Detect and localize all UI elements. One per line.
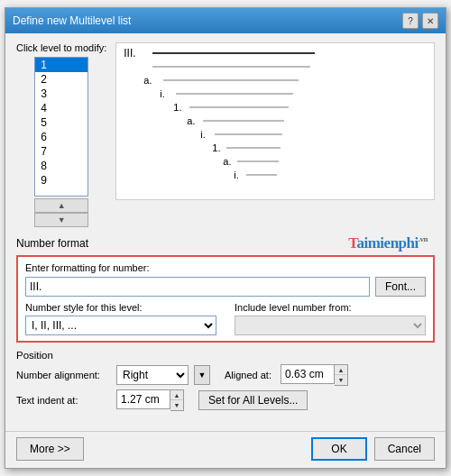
- ok-button[interactable]: OK: [311, 437, 366, 461]
- alignment-label: Number alignment:: [16, 370, 111, 380]
- preview-label-5: a.: [187, 115, 199, 126]
- aligned-at-spinner-btns: ▲ ▼: [335, 364, 348, 386]
- level-item-7[interactable]: 7: [35, 144, 87, 159]
- preview-line-6: i.: [200, 128, 427, 141]
- format-input[interactable]: [25, 277, 370, 297]
- include-select-row: [235, 316, 426, 335]
- number-format-label: Number format: [16, 237, 88, 250]
- position-section: Position Number alignment: Left Center R…: [16, 350, 435, 411]
- scroll-arrows: ▲ ▼: [34, 198, 88, 227]
- preview-label-1: III.: [124, 47, 149, 60]
- right-buttons: OK Cancel: [311, 437, 435, 461]
- close-button[interactable]: ✕: [422, 13, 438, 29]
- level-item-2[interactable]: 2: [35, 72, 87, 87]
- set-all-levels-button[interactable]: Set for All Levels...: [198, 390, 308, 410]
- preview-label-7: 1.: [212, 142, 223, 153]
- preview-line-5: a.: [187, 114, 427, 127]
- text-indent-down[interactable]: ▼: [170, 400, 183, 410]
- style-row: Number style for this level: I, II, III,…: [25, 302, 426, 335]
- preview-dash-1b: [152, 66, 310, 68]
- preview-line-7: 1.: [212, 142, 427, 154]
- include-select[interactable]: [235, 316, 426, 335]
- preview-line-9: i.: [234, 169, 427, 181]
- preview-line-1: III.: [124, 47, 427, 60]
- preview-dash-5: [203, 120, 284, 122]
- dialog: Define new Multilevel list ? ✕ Click lev…: [5, 7, 446, 469]
- text-indent-label: Text indent at:: [16, 395, 111, 406]
- preview-dash-4: [189, 106, 289, 108]
- level-item-6[interactable]: 6: [35, 130, 87, 144]
- level-item-9[interactable]: 9: [35, 173, 87, 188]
- preview-label-3: i.: [160, 88, 172, 99]
- preview-line-2: a.: [143, 74, 427, 87]
- watermark-area: Taimienphi.vn: [348, 234, 435, 252]
- text-indent-input[interactable]: [116, 389, 170, 409]
- text-indent-spinner: ▲ ▼: [116, 389, 184, 411]
- preview-box: III. a. i.: [115, 42, 435, 200]
- aligned-at-input[interactable]: [281, 364, 335, 384]
- include-label: Include level number from:: [235, 302, 426, 313]
- title-bar-buttons: ? ✕: [402, 13, 438, 29]
- alignment-dropdown-btn[interactable]: ▼: [194, 365, 210, 385]
- font-button[interactable]: Font...: [375, 277, 426, 297]
- style-label: Number style for this level:: [25, 302, 216, 313]
- preview-dash-8: [237, 160, 279, 162]
- style-select-row: I, II, III, ... 1, 2, 3, ... a, b, c, ..…: [25, 316, 216, 335]
- number-format-section: Enter formatting for number: Font... Num…: [16, 255, 435, 343]
- level-item-8[interactable]: 8: [35, 159, 87, 173]
- preview-label-2: a.: [143, 75, 160, 86]
- level-item-3[interactable]: 3: [35, 87, 87, 101]
- number-format-outer: Number format Taimienphi.vn Enter format…: [16, 234, 435, 343]
- pos-row-1: Number alignment: Left Center Right ▼ Al…: [16, 364, 435, 386]
- level-list-container: Click level to modify: 1 2 3 4 5 6 7 8 9…: [16, 42, 106, 227]
- preview-label-9: i.: [234, 169, 243, 180]
- help-button[interactable]: ?: [402, 13, 419, 29]
- scroll-down-button[interactable]: ▼: [34, 213, 88, 227]
- level-list[interactable]: 1 2 3 4 5 6 7 8 9: [34, 57, 88, 197]
- nf-header: Number format Taimienphi.vn: [16, 234, 435, 252]
- scroll-up-button[interactable]: ▲: [34, 198, 88, 213]
- preview-dash-1: [152, 52, 315, 54]
- pos-row-2: Text indent at: ▲ ▼ Set for All Levels..…: [16, 389, 435, 411]
- preview-dash-3: [176, 93, 293, 95]
- level-section-label: Click level to modify:: [16, 42, 106, 53]
- level-item-4[interactable]: 4: [35, 101, 87, 115]
- preview-line-3: i.: [160, 87, 427, 100]
- aligned-at-up[interactable]: ▲: [335, 365, 347, 375]
- preview-dash-9: [246, 174, 277, 176]
- preview-label-6: i.: [200, 129, 211, 140]
- title-bar: Define new Multilevel list ? ✕: [5, 8, 446, 33]
- style-select[interactable]: I, II, III, ... 1, 2, 3, ... a, b, c, ..…: [25, 316, 216, 335]
- aligned-at-down[interactable]: ▼: [335, 375, 347, 385]
- include-col: Include level number from:: [235, 302, 426, 335]
- preview-line-8: a.: [223, 155, 427, 168]
- preview-content: III. a. i.: [124, 47, 427, 181]
- level-item-1[interactable]: 1: [35, 58, 87, 72]
- watermark-vn: .vn: [419, 234, 428, 243]
- position-grid: Number alignment: Left Center Right ▼ Al…: [16, 364, 435, 411]
- cancel-button[interactable]: Cancel: [374, 437, 435, 461]
- top-section: Click level to modify: 1 2 3 4 5 6 7 8 9…: [16, 42, 435, 227]
- preview-line-4: 1.: [173, 101, 427, 114]
- text-indent-up[interactable]: ▲: [170, 390, 183, 400]
- preview-dash-6: [215, 133, 282, 135]
- dialog-title: Define new Multilevel list: [13, 14, 131, 27]
- bottom-bar: More >> OK Cancel: [5, 431, 446, 468]
- level-item-5[interactable]: 5: [35, 115, 87, 130]
- enter-format-label: Enter formatting for number:: [25, 262, 426, 273]
- preview-label-4: 1.: [173, 102, 186, 113]
- more-button[interactable]: More >>: [16, 437, 84, 461]
- dialog-body: Click level to modify: 1 2 3 4 5 6 7 8 9…: [5, 33, 446, 427]
- aligned-at-label: Aligned at:: [225, 370, 272, 380]
- format-row: Font...: [25, 277, 426, 297]
- position-label: Position: [16, 350, 435, 361]
- preview-label-8: a.: [223, 156, 234, 167]
- style-col: Number style for this level: I, II, III,…: [25, 302, 216, 335]
- preview-dash-2: [163, 79, 299, 81]
- aligned-at-spinner: ▲ ▼: [281, 364, 348, 386]
- watermark-body: aimienphi: [356, 234, 418, 252]
- alignment-select[interactable]: Left Center Right: [116, 365, 189, 385]
- text-indent-spinner-btns: ▲ ▼: [170, 389, 184, 411]
- preview-dash-7: [226, 147, 281, 149]
- preview-line-1b: [124, 60, 427, 73]
